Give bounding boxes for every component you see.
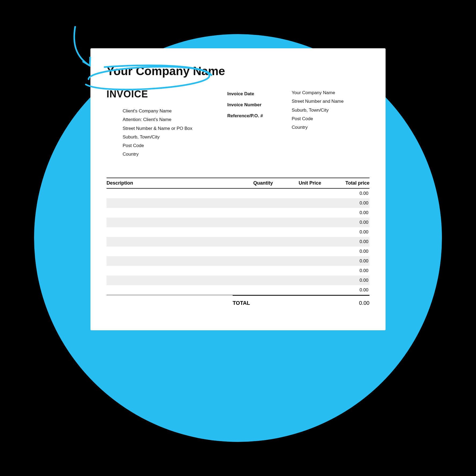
- from-postcode: Post Code: [292, 115, 369, 123]
- line-items-table: Description Quantity Unit Price Total pr…: [107, 178, 369, 295]
- cell-total-price: 0.00: [320, 287, 369, 293]
- arrow-icon: [74, 27, 90, 66]
- cell-total-price: 0.00: [320, 239, 369, 244]
- bill-to-city: Suburb, Town/City: [123, 133, 227, 141]
- meta-date-label: Invoice Date: [227, 91, 254, 96]
- cell-total-price: 0.00: [320, 220, 369, 225]
- table-row: 0.00: [107, 198, 369, 208]
- meta-ref-label: Reference/P.O. #: [227, 113, 263, 118]
- table-row: 0.00: [107, 266, 369, 276]
- col-total-price: Total price: [321, 180, 369, 186]
- table-row: 0.00: [107, 276, 369, 285]
- col-unit-price: Unit Price: [273, 180, 321, 186]
- total-label: TOTAL: [233, 300, 321, 306]
- cell-total-price: 0.00: [320, 229, 369, 235]
- arrow-head-icon: [83, 57, 90, 66]
- bill-to-postcode: Post Code: [123, 141, 227, 150]
- cell-total-price: 0.00: [320, 200, 369, 206]
- col-quantity: Quantity: [233, 180, 273, 186]
- table-row: 0.00: [107, 247, 369, 256]
- from-city: Suburb, Town/City: [292, 106, 369, 115]
- from-block: Your Company Name Street Number and Name…: [292, 89, 369, 132]
- col-description: Description: [107, 180, 233, 186]
- bill-to-country: Country: [123, 150, 227, 159]
- bill-to-street: Street Number & Name or PO Box: [123, 124, 227, 133]
- bill-to-company: Client's Company Name: [123, 107, 227, 115]
- table-row: 0.00: [107, 208, 369, 218]
- invoice-page: Your Company Name INVOICE Client's Compa…: [90, 48, 386, 330]
- from-country: Country: [292, 123, 369, 132]
- cell-total-price: 0.00: [320, 268, 369, 273]
- bill-to-attn: Attention: Client's Name: [123, 115, 227, 124]
- cell-total-price: 0.00: [320, 210, 369, 215]
- invoice-title: INVOICE: [107, 89, 227, 100]
- totals-row: TOTAL 0.00: [233, 295, 369, 306]
- cell-total-price: 0.00: [320, 249, 369, 254]
- from-street: Street Number and Name: [292, 97, 369, 106]
- bill-to-block: Client's Company Name Attention: Client'…: [123, 107, 227, 159]
- table-row: 0.00: [107, 285, 369, 295]
- cell-total-price: 0.00: [320, 278, 369, 283]
- meta-number-label: Invoice Number: [227, 102, 262, 107]
- table-header: Description Quantity Unit Price Total pr…: [107, 178, 369, 189]
- meta-labels: Invoice Date Invoice Number Reference/P.…: [227, 89, 292, 121]
- cell-total-price: 0.00: [320, 258, 369, 264]
- total-value: 0.00: [321, 300, 369, 306]
- table-row: 0.00: [107, 256, 369, 266]
- table-row: 0.00: [107, 189, 369, 198]
- table-row: 0.00: [107, 227, 369, 237]
- table-row: 0.00: [107, 218, 369, 227]
- cell-total-price: 0.00: [320, 191, 369, 196]
- from-name: Your Company Name: [292, 89, 369, 97]
- company-name: Your Company Name: [107, 64, 369, 78]
- table-row: 0.00: [107, 237, 369, 247]
